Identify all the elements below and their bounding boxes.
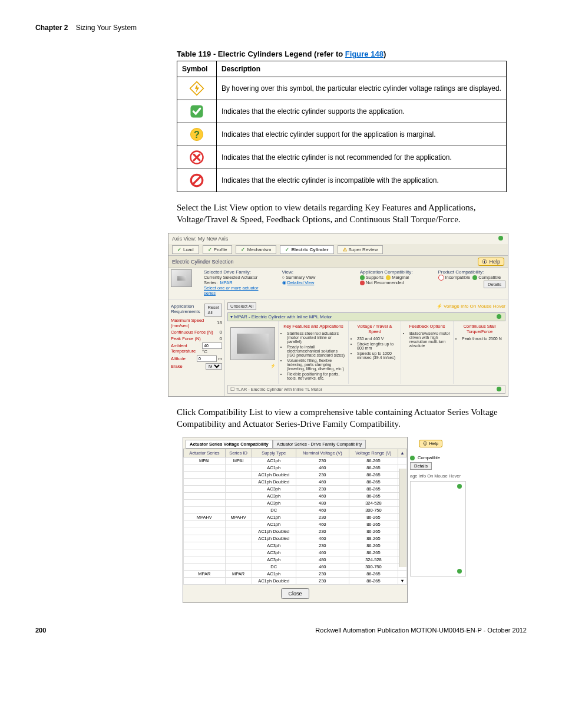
table-row: AC1ph Doubled23086-265▼ [184, 578, 407, 585]
table-row: MPAIMPAIAC1ph23086-265 [184, 457, 407, 465]
publication-info: Rockwell Automation Publication MOTION-U… [315, 627, 527, 634]
axis-view-label: Axis View: My New Axis [172, 236, 228, 242]
brake-select[interactable]: NO [206, 363, 222, 370]
help-button[interactable]: 🛈 Help [419, 440, 442, 447]
scrollbar[interactable] [399, 469, 406, 567]
status-icon [498, 236, 503, 241]
legend-table: Symbol Description By hovering over this… [177, 61, 507, 192]
close-button[interactable]: Close [281, 588, 309, 599]
table-row: MPAHVMPAHVAC1ph23086-265 [184, 514, 407, 521]
paragraph: Select the List View option to view deta… [177, 202, 507, 226]
product-image [230, 327, 275, 360]
help-button[interactable]: 🛈 Help [478, 258, 504, 266]
desc-cell: By hovering over this symbol, the partic… [217, 77, 507, 100]
table-row: AC3ph480324-528 [184, 556, 407, 564]
table-row: AC3ph23088-265 [184, 486, 407, 493]
table-row: AC1ph Doubled46088-265 [184, 535, 407, 542]
details-button[interactable]: Details [484, 281, 505, 288]
tab-mechanism[interactable]: ✓Mechanism [236, 245, 276, 254]
reset-button[interactable]: Reset All [204, 304, 222, 317]
details-button[interactable]: Details [410, 462, 432, 470]
series-row-mpar[interactable]: ▾ MPAR - Electric Cylinder with Inline M… [227, 312, 505, 321]
series-row-tlar[interactable]: ☐ TLAR - Electric Cylinder with Inline T… [227, 385, 505, 394]
col-description: Description [217, 61, 507, 77]
desc-cell: Indicates that electric cylinder support… [217, 123, 507, 146]
table-row: Indicates that the electric cylinder is … [177, 146, 507, 169]
page-header: Chapter 2 Sizing Your System [35, 24, 527, 32]
svg-text:?: ? [194, 129, 200, 140]
table-title: Table 119 - Electric Cylinders Legend (r… [177, 50, 527, 58]
table-row: AC3ph480324-528 [184, 500, 407, 507]
no-entry-icon [177, 169, 217, 192]
chapter-label: Chapter 2 [35, 24, 68, 32]
check-icon [177, 100, 217, 123]
cross-icon [177, 146, 217, 169]
svg-marker-1 [195, 84, 199, 93]
app-screenshot-compat-list: 🛈 Help Compatible Details age Info On Mo… [183, 437, 408, 603]
question-icon: ? [177, 123, 217, 146]
tab-electric-cylinder[interactable]: ✓Electric Cylinder [280, 245, 333, 254]
desc-cell: Indicates that the electric cylinder sup… [217, 100, 507, 123]
table-row: DC460300-750 [184, 564, 407, 571]
summary-view-radio[interactable]: ○ Summary View [282, 275, 350, 280]
table-row: AC3ph46086-265 [184, 549, 407, 556]
tab-profile[interactable]: ✓Profile [203, 245, 233, 254]
figure-link[interactable]: Figure 148 [345, 50, 384, 58]
tab-drive-family-compat[interactable]: Actuator Series - Drive Family Compatibi… [273, 440, 366, 449]
table-row: AC3ph23086-265 [184, 542, 407, 549]
altitude-input[interactable] [197, 355, 217, 362]
section-title: Electric Cylinder Selection [172, 259, 234, 265]
detailed-view-radio[interactable]: ◉ Detailed View [282, 280, 350, 285]
table-row: Indicates that the electric cylinder is … [177, 169, 507, 192]
bolt-icon [177, 77, 217, 100]
table-row: AC3ph46086-265 [184, 493, 407, 500]
table-row: AC1ph46086-265 [184, 465, 407, 472]
table-row: AC1ph Doubled23086-265 [184, 528, 407, 535]
tab-voltage-compat[interactable]: Actuator Series Voltage Compatibility [186, 440, 273, 449]
chapter-title: Sizing Your System [76, 24, 137, 32]
ambient-input[interactable] [202, 342, 222, 349]
select-actuator-link[interactable]: Select one or more actuator series [204, 285, 259, 296]
unselect-button[interactable]: Unselect All [227, 302, 256, 310]
page-footer: 200 Rockwell Automation Publication MOTI… [35, 627, 527, 634]
table-row: AC1ph Doubled23086-265 [184, 472, 407, 479]
table-row: AC1ph Doubled46086-265 [184, 479, 407, 486]
table-row: AC1ph46086-265 [184, 521, 407, 528]
product-thumb-icon [171, 269, 192, 287]
tab-bar: ✓Load ✓Profile ✓Mechanism ✓Electric Cyli… [168, 244, 508, 256]
svg-line-7 [193, 177, 201, 185]
table-row: ? Indicates that electric cylinder suppo… [177, 123, 507, 146]
compat-table: Actuator SeriesSeries IDSupply TypeNomin… [183, 449, 407, 585]
tab-super-review[interactable]: ⚠Super Review [338, 245, 384, 254]
col-symbol: Symbol [177, 61, 217, 77]
tab-load[interactable]: ✓Load [172, 245, 199, 254]
table-row: By hovering over this symbol, the partic… [177, 77, 507, 100]
desc-cell: Indicates that the electric cylinder is … [217, 146, 507, 169]
table-row: MPARMPARAC1ph23086-265 [184, 571, 407, 578]
desc-cell: Indicates that the electric cylinder is … [217, 169, 507, 192]
app-screenshot-list-view: Axis View: My New Axis ✓Load ✓Profile ✓M… [168, 233, 508, 397]
table-row: DC460300-750 [184, 507, 407, 514]
page-number: 200 [35, 627, 46, 634]
paragraph: Click Compatibility List to view a compr… [177, 406, 507, 430]
table-row: Indicates that the electric cylinder sup… [177, 100, 507, 123]
